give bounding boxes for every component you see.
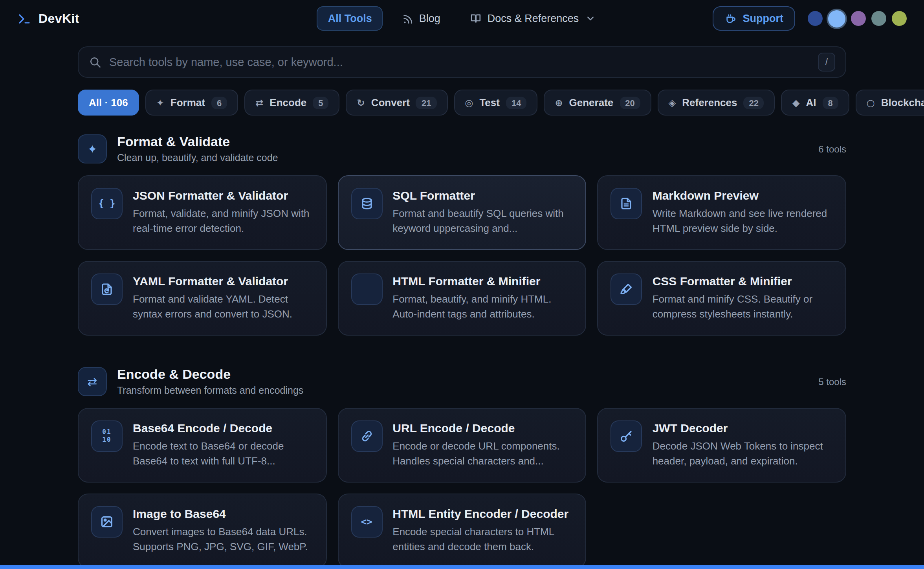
filter-label: All · 106: [89, 97, 128, 108]
tool-card-html-formatter-minifier[interactable]: HTML Formatter & MinifierFormat, beautif…: [337, 261, 586, 336]
header-actions: Support: [607, 6, 907, 31]
binary-icon: 0110: [91, 420, 123, 452]
file-text-icon: [611, 188, 642, 219]
swap-icon: ⇄: [255, 97, 263, 108]
avatar[interactable]: [828, 10, 845, 27]
section-format-validate: ✦Format & ValidateClean up, beautify, an…: [78, 134, 846, 336]
book-icon: [470, 13, 482, 24]
tool-card-body: URL Encode / DecodeEncode or decode URL …: [392, 420, 573, 470]
filter-count-badge: 21: [416, 96, 437, 109]
rss-icon: [402, 13, 414, 24]
avatar[interactable]: [851, 11, 866, 26]
angle-brackets-icon: <>: [351, 506, 382, 538]
search-icon: [89, 56, 101, 68]
tool-card-description: Format and minify CSS. Beautify or compr…: [653, 292, 833, 322]
nav-blog[interactable]: Blog: [391, 6, 451, 31]
nav-all-tools[interactable]: All Tools: [317, 6, 383, 31]
brand[interactable]: DevKit: [17, 11, 317, 26]
tool-card-jwt-decoder[interactable]: JWT DecoderDecode JSON Web Tokens to ins…: [598, 408, 846, 483]
tool-card-grid: { }JSON Formatter & ValidatorFormat, val…: [78, 175, 846, 336]
tool-sections: ✦Format & ValidateClean up, beautify, an…: [78, 134, 846, 568]
avatar[interactable]: [871, 11, 886, 26]
filter-chip-test[interactable]: ◎Test14: [454, 90, 537, 116]
tool-card-markdown-preview[interactable]: Markdown PreviewWrite Markdown and see l…: [598, 175, 846, 250]
filter-count-badge: 22: [743, 96, 764, 109]
nav-label: Docs & References: [488, 13, 579, 24]
tool-card-description: Format and beautify SQL queries with key…: [392, 207, 573, 236]
support-label: Support: [743, 13, 784, 24]
database-icon: [351, 188, 382, 219]
nav-docs-references[interactable]: Docs & References: [459, 6, 607, 31]
filter-label: Generate: [569, 97, 614, 108]
target-icon: ◎: [465, 97, 473, 108]
avatar-group: [808, 10, 907, 27]
filter-chip-encode[interactable]: ⇄Encode5: [244, 90, 339, 116]
filter-label: Format: [170, 97, 205, 108]
filter-chip-convert[interactable]: ↻Convert21: [346, 90, 448, 116]
plus-circle-icon: ⊕: [555, 97, 563, 108]
tool-card-json-formatter-validator[interactable]: { }JSON Formatter & ValidatorFormat, val…: [78, 175, 326, 250]
tool-card-body: JWT DecoderDecode JSON Web Tokens to ins…: [653, 420, 833, 470]
search-input[interactable]: [109, 56, 810, 68]
search-bar[interactable]: /: [78, 46, 846, 78]
tool-card-css-formatter-minifier[interactable]: CSS Formatter & MinifierFormat and minif…: [598, 261, 846, 336]
tool-card-title: JWT Decoder: [653, 421, 833, 435]
tool-card-description: Encode text to Base64 or decode Base64 t…: [133, 439, 313, 469]
curly-braces-icon: { }: [91, 188, 123, 219]
tool-card-grid: 0110Base64 Encode / DecodeEncode text to…: [78, 408, 846, 568]
tool-card-body: HTML Formatter & MinifierFormat, beautif…: [392, 273, 573, 323]
tool-card-body: Base64 Encode / DecodeEncode text to Bas…: [133, 420, 313, 470]
sparkle-icon: ✦: [78, 134, 107, 163]
section-tools-count: 5 tools: [818, 376, 846, 387]
avatar[interactable]: [892, 11, 907, 26]
filter-chip-row: All · 106✦Format6⇄Encode5↻Convert21◎Test…: [78, 90, 846, 116]
code-icon: [351, 273, 382, 305]
avatar[interactable]: [808, 11, 823, 26]
tool-card-body: JSON Formatter & ValidatorFormat, valida…: [133, 188, 313, 237]
filter-label: References: [682, 97, 737, 108]
chevron-icon: [584, 13, 596, 24]
filter-chip-ai[interactable]: ◆AI8: [781, 90, 849, 116]
tool-card-title: SQL Formatter: [392, 189, 573, 202]
filter-count-badge: 6: [211, 96, 227, 109]
tool-card-base64-encode-decode[interactable]: 0110Base64 Encode / DecodeEncode text to…: [78, 408, 326, 483]
tool-card-description: Decode JSON Web Tokens to inspect header…: [653, 439, 833, 469]
filter-label: Blockchain: [881, 97, 924, 108]
tool-card-title: Base64 Encode / Decode: [133, 421, 313, 435]
tool-card-description: Format, validate, and minify JSON with r…: [133, 207, 313, 236]
tool-card-body: CSS Formatter & MinifierFormat and minif…: [653, 273, 833, 323]
link-icon: [351, 420, 382, 452]
tool-card-sql-formatter[interactable]: SQL FormatterFormat and beautify SQL que…: [337, 175, 586, 250]
tool-card-description: Write Markdown and see live rendered HTM…: [653, 207, 833, 236]
rotate-icon: ↻: [357, 97, 365, 108]
tool-card-title: URL Encode / Decode: [392, 421, 573, 435]
tool-card-yaml-formatter-validator[interactable]: YAML Formatter & ValidatorFormat and val…: [78, 261, 326, 336]
tool-card-title: CSS Formatter & Minifier: [653, 274, 833, 288]
filter-chip-all-106[interactable]: All · 106: [78, 90, 139, 116]
nav-label: Blog: [419, 13, 440, 24]
filter-label: Convert: [371, 97, 410, 108]
tool-card-title: Markdown Preview: [653, 189, 833, 202]
tool-card-image-to-base64[interactable]: Image to Base64Convert images to Base64 …: [78, 494, 326, 568]
filter-chip-generate[interactable]: ⊕Generate20: [544, 90, 651, 116]
section-header: ⇄Encode & DecodeTransform between format…: [78, 367, 846, 396]
section-tools-count: 6 tools: [818, 143, 846, 154]
support-button[interactable]: Support: [713, 6, 796, 31]
tool-card-title: YAML Formatter & Validator: [133, 274, 313, 288]
filter-chip-references[interactable]: ◈References22: [658, 90, 775, 116]
tool-card-url-encode-decode[interactable]: URL Encode / DecodeEncode or decode URL …: [337, 408, 586, 483]
tool-card-html-entity-encoder-decoder[interactable]: <>HTML Entity Encoder / DecoderEncode sp…: [337, 494, 586, 568]
coffee-icon: [725, 13, 737, 24]
tool-card-body: SQL FormatterFormat and beautify SQL que…: [392, 188, 573, 237]
filter-count-badge: 5: [313, 96, 328, 109]
filter-chip-blockchain[interactable]: ○Blockchain: [856, 90, 924, 116]
tool-card-body: Markdown PreviewWrite Markdown and see l…: [653, 188, 833, 237]
diamond-open-icon: ◈: [669, 97, 676, 108]
filter-chip-format[interactable]: ✦Format6: [145, 90, 238, 116]
swap-icon: ⇄: [78, 367, 107, 396]
header: DevKit All ToolsBlogDocs & References Su…: [0, 0, 924, 37]
search-shortcut-key: /: [818, 53, 835, 72]
section-encode-decode: ⇄Encode & DecodeTransform between format…: [78, 367, 846, 568]
filter-count-badge: 20: [620, 96, 640, 109]
tool-card-description: Encode or decode URL components. Handles…: [392, 439, 573, 469]
